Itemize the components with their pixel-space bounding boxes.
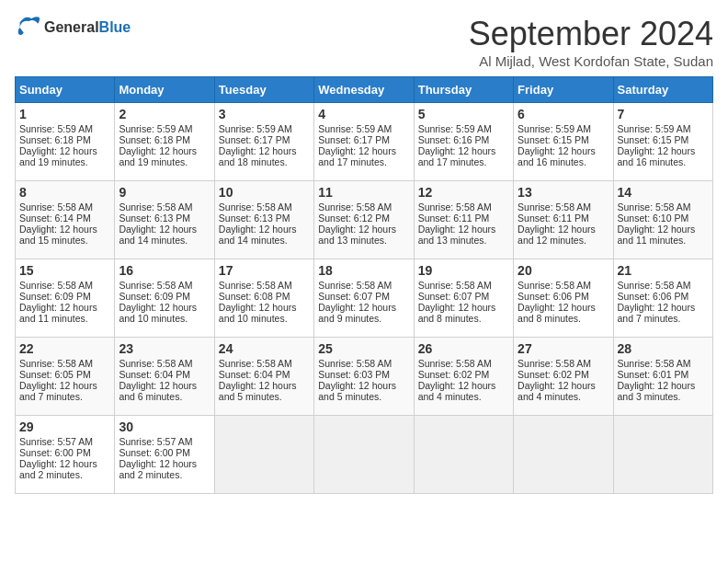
day-number: 28 xyxy=(618,341,709,356)
sunset-text: Sunset: 6:09 PM xyxy=(119,291,190,302)
sunset-text: Sunset: 6:11 PM xyxy=(518,213,589,224)
calendar-cell: 20Sunrise: 5:58 AMSunset: 6:06 PMDayligh… xyxy=(514,259,613,338)
sunset-text: Sunset: 6:11 PM xyxy=(418,213,490,224)
daylight-text: Daylight: 12 hours and 11 minutes. xyxy=(19,302,97,324)
sunset-text: Sunset: 6:05 PM xyxy=(19,369,91,380)
day-header-wednesday: Wednesday xyxy=(314,77,414,103)
day-number: 11 xyxy=(318,185,409,200)
day-number: 5 xyxy=(418,107,509,121)
daylight-text: Daylight: 12 hours and 19 minutes. xyxy=(119,145,197,167)
logo-text: GeneralBlue xyxy=(44,19,131,36)
sunset-text: Sunset: 6:00 PM xyxy=(19,447,91,458)
calendar-cell: 28Sunrise: 5:58 AMSunset: 6:01 PMDayligh… xyxy=(613,338,712,416)
sunrise-text: Sunrise: 5:58 AM xyxy=(219,358,292,369)
calendar-cell: 13Sunrise: 5:58 AMSunset: 6:11 PMDayligh… xyxy=(514,181,613,259)
day-number: 29 xyxy=(19,419,110,434)
day-number: 22 xyxy=(19,341,110,356)
sunrise-text: Sunrise: 5:58 AM xyxy=(19,201,93,213)
calendar-week-row: 22Sunrise: 5:58 AMSunset: 6:05 PMDayligh… xyxy=(16,338,713,416)
sunset-text: Sunset: 6:02 PM xyxy=(518,369,589,380)
calendar-cell xyxy=(514,416,613,494)
daylight-text: Daylight: 12 hours and 7 minutes. xyxy=(618,302,696,324)
calendar-cell: 5Sunrise: 5:59 AMSunset: 6:16 PMDaylight… xyxy=(414,103,513,181)
day-number: 4 xyxy=(318,107,409,121)
sunrise-text: Sunrise: 5:57 AM xyxy=(19,436,93,447)
calendar-week-row: 29Sunrise: 5:57 AMSunset: 6:00 PMDayligh… xyxy=(16,416,713,494)
day-number: 15 xyxy=(19,263,110,278)
day-number: 18 xyxy=(318,263,409,278)
daylight-text: Daylight: 12 hours and 4 minutes. xyxy=(418,380,496,402)
sunset-text: Sunset: 6:07 PM xyxy=(318,291,390,302)
daylight-text: Daylight: 12 hours and 4 minutes. xyxy=(518,380,596,402)
calendar-cell: 18Sunrise: 5:58 AMSunset: 6:07 PMDayligh… xyxy=(314,259,414,338)
daylight-text: Daylight: 12 hours and 3 minutes. xyxy=(618,380,696,402)
sunset-text: Sunset: 6:12 PM xyxy=(318,213,390,224)
sunset-text: Sunset: 6:18 PM xyxy=(19,134,91,145)
day-number: 24 xyxy=(219,341,310,356)
daylight-text: Daylight: 12 hours and 14 minutes. xyxy=(219,224,297,246)
calendar-cell: 12Sunrise: 5:58 AMSunset: 6:11 PMDayligh… xyxy=(414,181,513,259)
sunrise-text: Sunrise: 5:58 AM xyxy=(518,358,591,369)
day-number: 8 xyxy=(19,185,110,200)
location-subtitle: Al Mijlad, West Kordofan State, Sudan xyxy=(469,53,713,69)
daylight-text: Daylight: 12 hours and 18 minutes. xyxy=(219,145,297,167)
day-number: 2 xyxy=(119,107,210,121)
calendar-cell: 23Sunrise: 5:58 AMSunset: 6:04 PMDayligh… xyxy=(115,338,214,416)
calendar-cell: 16Sunrise: 5:58 AMSunset: 6:09 PMDayligh… xyxy=(115,259,214,338)
sunrise-text: Sunrise: 5:59 AM xyxy=(318,123,392,134)
sunset-text: Sunset: 6:00 PM xyxy=(119,447,190,458)
calendar-cell xyxy=(314,416,414,494)
sunset-text: Sunset: 6:03 PM xyxy=(318,369,390,380)
calendar-cell: 24Sunrise: 5:58 AMSunset: 6:04 PMDayligh… xyxy=(214,338,313,416)
sunset-text: Sunset: 6:04 PM xyxy=(219,369,290,380)
day-number: 3 xyxy=(219,107,310,121)
day-number: 26 xyxy=(418,341,509,356)
calendar-cell: 21Sunrise: 5:58 AMSunset: 6:06 PMDayligh… xyxy=(613,259,712,338)
calendar-cell xyxy=(214,416,313,494)
sunrise-text: Sunrise: 5:58 AM xyxy=(618,201,691,213)
calendar-table: SundayMondayTuesdayWednesdayThursdayFrid… xyxy=(15,76,713,494)
day-header-saturday: Saturday xyxy=(613,77,712,103)
calendar-cell: 14Sunrise: 5:58 AMSunset: 6:10 PMDayligh… xyxy=(613,181,712,259)
daylight-text: Daylight: 12 hours and 13 minutes. xyxy=(318,224,396,246)
sunrise-text: Sunrise: 5:58 AM xyxy=(219,280,292,291)
header: GeneralBlue September 2024 Al Mijlad, We… xyxy=(15,15,713,69)
day-number: 9 xyxy=(119,185,210,200)
sunrise-text: Sunrise: 5:58 AM xyxy=(418,358,492,369)
daylight-text: Daylight: 12 hours and 6 minutes. xyxy=(119,380,197,402)
calendar-cell: 1Sunrise: 5:59 AMSunset: 6:18 PMDaylight… xyxy=(16,103,115,181)
day-number: 14 xyxy=(618,185,709,200)
day-number: 21 xyxy=(618,263,709,278)
sunset-text: Sunset: 6:10 PM xyxy=(618,213,689,224)
sunset-text: Sunset: 6:06 PM xyxy=(518,291,589,302)
daylight-text: Daylight: 12 hours and 16 minutes. xyxy=(518,145,596,167)
month-title: September 2024 xyxy=(469,15,713,53)
sunrise-text: Sunrise: 5:58 AM xyxy=(618,280,691,291)
day-header-monday: Monday xyxy=(115,77,214,103)
calendar-cell: 2Sunrise: 5:59 AMSunset: 6:18 PMDaylight… xyxy=(115,103,214,181)
sunrise-text: Sunrise: 5:59 AM xyxy=(518,123,591,134)
logo: GeneralBlue xyxy=(15,15,131,40)
sunset-text: Sunset: 6:04 PM xyxy=(119,369,190,380)
daylight-text: Daylight: 12 hours and 13 minutes. xyxy=(418,224,496,246)
daylight-text: Daylight: 12 hours and 17 minutes. xyxy=(418,145,496,167)
sunset-text: Sunset: 6:17 PM xyxy=(219,134,290,145)
calendar-cell: 10Sunrise: 5:58 AMSunset: 6:13 PMDayligh… xyxy=(214,181,313,259)
daylight-text: Daylight: 12 hours and 14 minutes. xyxy=(119,224,197,246)
daylight-text: Daylight: 12 hours and 11 minutes. xyxy=(618,224,696,246)
calendar-cell xyxy=(414,416,513,494)
daylight-text: Daylight: 12 hours and 12 minutes. xyxy=(518,224,596,246)
calendar-cell: 30Sunrise: 5:57 AMSunset: 6:00 PMDayligh… xyxy=(115,416,214,494)
calendar-cell: 19Sunrise: 5:58 AMSunset: 6:07 PMDayligh… xyxy=(414,259,513,338)
day-header-tuesday: Tuesday xyxy=(214,77,313,103)
day-number: 13 xyxy=(518,185,609,200)
calendar-cell: 7Sunrise: 5:59 AMSunset: 6:15 PMDaylight… xyxy=(613,103,712,181)
daylight-text: Daylight: 12 hours and 15 minutes. xyxy=(19,224,97,246)
calendar-week-row: 8Sunrise: 5:58 AMSunset: 6:14 PMDaylight… xyxy=(16,181,713,259)
day-number: 10 xyxy=(219,185,310,200)
sunrise-text: Sunrise: 5:58 AM xyxy=(418,201,492,213)
calendar-cell: 22Sunrise: 5:58 AMSunset: 6:05 PMDayligh… xyxy=(16,338,115,416)
sunset-text: Sunset: 6:01 PM xyxy=(618,369,689,380)
day-number: 23 xyxy=(119,341,210,356)
day-number: 25 xyxy=(318,341,409,356)
